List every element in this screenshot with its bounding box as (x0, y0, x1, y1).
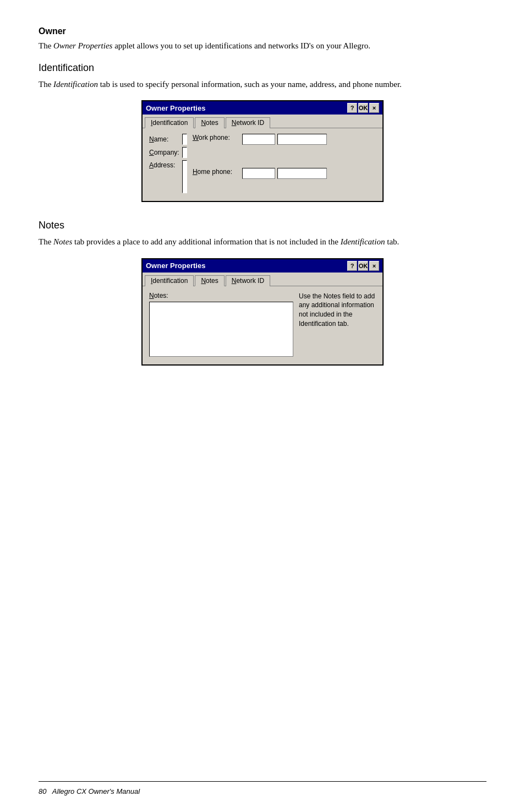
work-phone-number[interactable] (277, 134, 327, 145)
dialog2-titlebar-buttons: ? OK × (347, 261, 379, 271)
owner-heading: Owner (39, 26, 486, 36)
notes-desc-end: tab. (385, 237, 399, 246)
ident-desc-italic: Identification (53, 80, 98, 89)
page-number: 80 (39, 787, 46, 795)
dialog1-title: Owner Properties (146, 104, 347, 112)
home-phone-area[interactable] (242, 168, 275, 179)
notes-textarea[interactable] (149, 302, 293, 357)
notes-description: The Notes tab provides a place to add an… (39, 236, 486, 248)
ident-desc-post: tab is used to specify personal informat… (98, 80, 402, 89)
dialog1-titlebar-buttons: ? OK × (347, 103, 379, 113)
dialog2-close-button[interactable]: × (369, 261, 379, 271)
owner-description: The Owner Properties applet allows you t… (39, 40, 486, 52)
notes-desc-italic: Notes (53, 237, 72, 246)
company-label: Company: (149, 149, 179, 156)
notes-desc-italic2: Identification (341, 237, 385, 246)
dialog2-title: Owner Properties (146, 261, 347, 270)
dialog1-tab-notes[interactable]: Notes (195, 117, 224, 128)
address-label: Address: (149, 161, 175, 169)
dialog2-titlebar: Owner Properties ? OK × (143, 259, 382, 273)
footer-divider (39, 781, 486, 782)
dialog2-tabs: Identification Notes Network ID (143, 273, 382, 286)
dialog1-wrapper: Owner Properties ? OK × Identification N… (39, 100, 486, 202)
name-input[interactable] (182, 134, 187, 145)
notes-field-label: Notes: (149, 292, 293, 299)
dialog1: Owner Properties ? OK × Identification N… (141, 100, 384, 202)
owner-desc-italic: Owner Properties (53, 41, 112, 50)
address-input[interactable] (182, 160, 187, 193)
notes-hint-text: Use the Notes field to add any additiona… (299, 292, 376, 357)
identification-description: The Identification tab is used to specif… (39, 78, 486, 91)
dialog2-content: Notes: Use the Notes field to add any ad… (143, 286, 382, 364)
company-input[interactable] (182, 147, 187, 158)
dialog2-tab-networkid[interactable]: Network ID (226, 275, 270, 286)
notes-desc-pre: The (39, 237, 53, 246)
dialog1-titlebar: Owner Properties ? OK × (143, 101, 382, 115)
owner-desc-post: applet allows you to set up identificati… (112, 41, 370, 50)
work-phone-area[interactable] (242, 134, 275, 145)
manual-title: Allegro CX Owner's Manual (52, 787, 140, 795)
dialog2: Owner Properties ? OK × Identification N… (141, 258, 384, 366)
dialog1-help-button[interactable]: ? (347, 103, 357, 113)
dialog2-tab-identification[interactable]: Identification (145, 275, 194, 286)
owner-desc-pre: The (39, 41, 53, 50)
dialog2-help-button[interactable]: ? (347, 261, 357, 271)
notes-heading: Notes (39, 220, 486, 231)
footer: 80 Allegro CX Owner's Manual (39, 787, 140, 795)
dialog2-wrapper: Owner Properties ? OK × Identification N… (39, 258, 486, 366)
notes-desc-post: tab provides a place to add any addition… (72, 237, 340, 246)
identification-heading: Identification (39, 62, 486, 74)
dialog1-tab-networkid[interactable]: Network ID (226, 117, 270, 128)
notes-left-panel: Notes: (149, 292, 293, 357)
dialog1-tab-identification[interactable]: Identification (145, 117, 194, 128)
dialog1-ok-button[interactable]: OK (358, 103, 368, 113)
work-phone-label: Work phone: (193, 134, 242, 141)
dialog2-tab-notes[interactable]: Notes (195, 275, 224, 286)
dialog1-close-button[interactable]: × (369, 103, 379, 113)
dialog2-ok-button[interactable]: OK (358, 261, 368, 271)
name-label: Name: (149, 135, 168, 143)
home-phone-number[interactable] (277, 168, 327, 179)
notes-layout: Notes: Use the Notes field to add any ad… (149, 292, 376, 357)
ident-desc-pre: The (39, 80, 53, 89)
dialog1-content: Name: Work phone: (143, 128, 382, 201)
dialog1-tabs: Identification Notes Network ID (143, 115, 382, 128)
home-phone-label: Home phone: (193, 168, 242, 176)
